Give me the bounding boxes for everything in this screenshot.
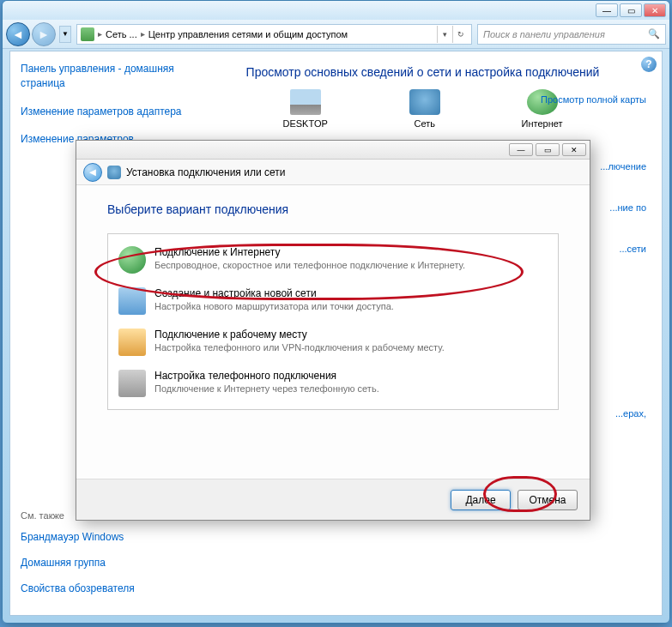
internet-label: Интернет	[522, 118, 563, 129]
nav-history-dropdown[interactable]: ▼	[59, 26, 71, 43]
nav-forward-button[interactable]: ►	[32, 22, 56, 46]
main-panel: Просмотр основных сведений о сети и наст…	[191, 58, 655, 129]
wizard-icon	[107, 166, 121, 179]
sidebar-adapter-settings-link[interactable]: Изменение параметров адаптера	[21, 101, 184, 123]
search-icon: 🔍	[648, 28, 660, 39]
dialog-body: Выберите вариант подключения Подключение…	[76, 185, 590, 427]
next-button[interactable]: Далее	[451, 490, 511, 510]
desktop-label: DESKTOP	[282, 118, 327, 129]
main-titlebar: — ▭ ✕	[3, 1, 669, 20]
option-desc: Настройка телефонного или VPN-подключени…	[154, 342, 445, 353]
option-workplace[interactable]: Подключение к рабочему месту Настройка т…	[108, 322, 558, 363]
cancel-button[interactable]: Отмена	[518, 490, 578, 510]
breadcrumb-networkcenter[interactable]: Центр управления сетями и общим доступом	[145, 29, 351, 39]
internet-options-link[interactable]: Свойства обозревателя	[21, 579, 184, 598]
breadcrumb-dropdown-button[interactable]: ▾	[437, 26, 452, 43]
network-item-desktop: DESKTOP	[282, 89, 327, 129]
full-map-link[interactable]: Просмотр полной карты	[541, 94, 646, 105]
sidebar-see-also: См. также Брандмауэр Windows Домашняя гр…	[21, 510, 184, 605]
search-placeholder: Поиск в панели управления	[483, 29, 605, 39]
option-desc: Подключение к Интернету через телефонную…	[154, 383, 379, 394]
dialog-back-button[interactable]: ◄	[83, 163, 102, 182]
option-title: Подключение к рабочему месту	[154, 329, 445, 341]
desktop-icon	[290, 89, 321, 115]
minimize-button[interactable]: —	[596, 3, 618, 17]
option-internet-connection[interactable]: Подключение к Интернету Беспроводное, ск…	[108, 239, 558, 280]
close-button[interactable]: ✕	[644, 3, 666, 17]
network-icon	[81, 27, 94, 41]
router-icon	[118, 287, 146, 315]
option-new-network[interactable]: Создание и настройка новой сети Настройк…	[108, 280, 558, 322]
option-title: Настройка телефонного подключения	[154, 370, 379, 382]
homegroup-link[interactable]: Домашняя группа	[21, 553, 184, 572]
network-item-network: Сеть	[409, 89, 440, 129]
option-title: Создание и настройка новой сети	[154, 287, 394, 299]
firewall-link[interactable]: Брандмауэр Windows	[21, 528, 184, 546]
globe-icon	[118, 246, 146, 274]
dialog-footer: Далее Отмена	[76, 479, 590, 520]
search-input[interactable]: Поиск в панели управления 🔍	[477, 24, 666, 45]
phone-icon	[118, 370, 146, 397]
network-label: Сеть	[414, 118, 434, 129]
side-link-by[interactable]: ...ние по	[600, 202, 646, 213]
sidebar-home-link[interactable]: Панель управления - домашняя страница	[21, 58, 184, 94]
dialog-prompt: Выберите вариант подключения	[107, 202, 559, 216]
toolbar: ◄ ► ▼ ▸ Сеть ... ▸ Центр управления сетя…	[3, 20, 669, 49]
side-link-net[interactable]: ...сети	[600, 244, 646, 254]
dialog-title: Установка подключения или сети	[126, 166, 285, 178]
side-link-connect[interactable]: ...лючение	[600, 161, 646, 172]
nav-back-button[interactable]: ◄	[6, 22, 30, 46]
option-desc: Беспроводное, скоростное или телефонное …	[154, 260, 465, 270]
connection-options-list: Подключение к Интернету Беспроводное, ск…	[107, 233, 559, 410]
connection-wizard-dialog: — ▭ ✕ ◄ Установка подключения или сети В…	[76, 140, 590, 521]
dialog-minimize-button[interactable]: —	[509, 143, 533, 156]
dialog-titlebar: — ▭ ✕	[76, 141, 590, 160]
network-node-icon	[409, 89, 440, 115]
breadcrumb[interactable]: ▸ Сеть ... ▸ Центр управления сетями и о…	[76, 24, 472, 45]
side-link-adapters[interactable]: ...ерах,	[600, 408, 646, 419]
breadcrumb-network[interactable]: Сеть ...	[102, 29, 141, 39]
option-desc: Настройка нового маршрутизатора или точк…	[154, 301, 394, 311]
dialog-close-button[interactable]: ✕	[562, 143, 586, 156]
option-title: Подключение к Интернету	[154, 246, 465, 258]
side-links: ...лючение ...ние по ...сети ...ерах,	[600, 161, 646, 449]
maximize-button[interactable]: ▭	[620, 3, 642, 17]
refresh-button[interactable]: ↻	[452, 26, 468, 43]
option-dialup[interactable]: Настройка телефонного подключения Подклю…	[108, 363, 558, 404]
dialog-maximize-button[interactable]: ▭	[536, 143, 560, 156]
page-heading: Просмотр основных сведений о сети и наст…	[191, 58, 655, 89]
dialog-header: ◄ Установка подключения или сети	[76, 160, 590, 185]
workplace-icon	[118, 329, 146, 356]
